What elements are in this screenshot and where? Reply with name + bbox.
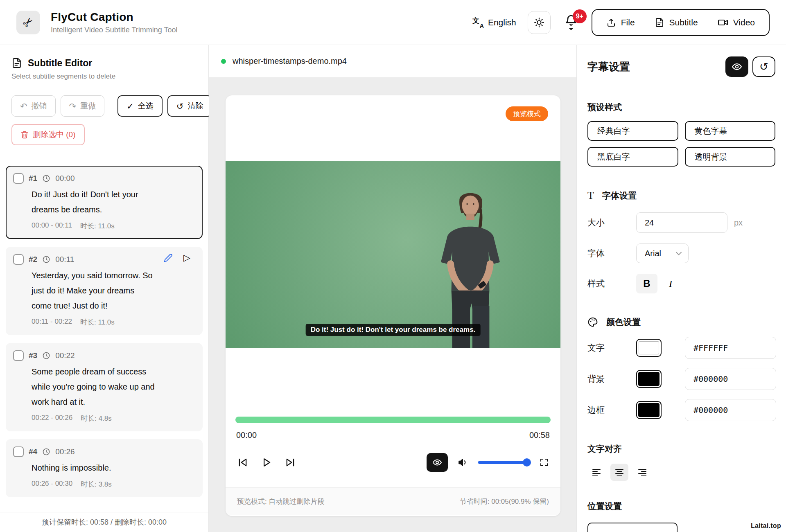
- language-switcher[interactable]: 文A English: [472, 17, 516, 28]
- segment-checkbox[interactable]: [13, 350, 24, 361]
- time-saved-info: 节省时间: 00:05(90.9% 保留): [460, 497, 549, 506]
- document-icon: [11, 57, 22, 69]
- subtitle-segment[interactable]: #1 00:00 Do it! Just do it! Don't let yo…: [6, 166, 203, 239]
- font-family-value: Arial: [645, 249, 661, 258]
- segment-start-time: 00:11: [55, 255, 74, 264]
- style-label: 样式: [587, 278, 636, 289]
- segment-play-icon[interactable]: ▷: [183, 253, 190, 262]
- video-viewport[interactable]: 预览模式: [226, 95, 560, 413]
- segment-start-time: 00:26: [55, 447, 75, 456]
- subtitle-segment[interactable]: #2 00:11 ▷ Yesterday, you said tomorrow.…: [6, 247, 203, 335]
- align-left-icon: [592, 469, 601, 476]
- panel-title: Subtitle Editor: [28, 58, 92, 69]
- color-section-title: 颜色设置: [606, 316, 641, 328]
- preview-mode-info: 预览模式: 自动跳过删除片段: [237, 497, 324, 506]
- position-title: 位置设置: [587, 500, 775, 512]
- bg-color-input[interactable]: [685, 368, 776, 390]
- font-family-select[interactable]: Arial: [636, 243, 689, 263]
- skip-back-button[interactable]: [237, 457, 248, 468]
- segment-range: 00:00 - 00:11: [32, 221, 72, 231]
- border-color-input[interactable]: [685, 399, 776, 421]
- clear-button[interactable]: ↺ 清除: [167, 95, 212, 117]
- video-frame: Do it! Just do it! Don't let your dreams…: [226, 161, 560, 348]
- rotate-ccw-icon: ↺: [759, 61, 768, 73]
- bold-button[interactable]: B: [636, 274, 657, 293]
- segment-checkbox[interactable]: [13, 446, 24, 457]
- app-header: ✂ FlyCut Caption Intelligent Video Subti…: [0, 0, 786, 45]
- text-color-label: 文字: [587, 342, 636, 354]
- redo-icon: ↷: [69, 102, 77, 110]
- undo-button[interactable]: ↶ 撤销: [11, 95, 56, 117]
- subtitle-segment[interactable]: #3 00:22 Some people dream of success wh…: [6, 343, 203, 431]
- segment-range: 00:26 - 00:30: [32, 480, 72, 489]
- scissors-icon: ✂: [20, 14, 37, 31]
- notification-badge: 9+: [573, 9, 587, 23]
- notifications-button[interactable]: 9+: [562, 11, 580, 34]
- file-button[interactable]: File: [596, 10, 645, 35]
- theme-toggle-button[interactable]: [528, 11, 551, 34]
- segment-id: #4: [29, 447, 37, 456]
- chevron-down-icon: [676, 252, 682, 255]
- select-all-label: 全选: [138, 101, 154, 111]
- undo-label: 撤销: [32, 101, 47, 111]
- subtitle-visibility-button[interactable]: [725, 56, 748, 77]
- upload-icon: [606, 18, 616, 27]
- align-center-icon: [615, 469, 623, 476]
- total-time: 00:58: [529, 431, 550, 440]
- subtitle-button[interactable]: Subtitle: [645, 10, 708, 35]
- align-right-button[interactable]: [633, 464, 651, 481]
- italic-button[interactable]: I: [661, 274, 680, 293]
- segment-text: Nothing is impossible.: [32, 460, 156, 476]
- text-color-input[interactable]: [685, 337, 776, 359]
- position-control-partial[interactable]: [587, 523, 678, 532]
- align-left-button[interactable]: [587, 464, 605, 481]
- preset-yellow-subtitle[interactable]: 黄色字幕: [685, 121, 776, 141]
- segment-checkbox[interactable]: [13, 173, 24, 184]
- clock-icon: [42, 448, 50, 456]
- video-button[interactable]: Video: [708, 10, 765, 35]
- segment-checkbox[interactable]: [13, 254, 24, 265]
- font-size-input[interactable]: [636, 212, 727, 233]
- document-icon: [655, 18, 664, 27]
- duration-stats: 预计保留时长: 00:58 / 删除时长: 00:00: [0, 512, 208, 532]
- reset-settings-button[interactable]: ↺: [752, 56, 775, 77]
- panel-subtitle: Select subtitle segments to delete: [11, 72, 197, 81]
- size-label: 大小: [587, 217, 636, 228]
- volume-icon[interactable]: [458, 457, 468, 468]
- volume-slider[interactable]: [478, 461, 529, 464]
- align-center-button[interactable]: [610, 464, 628, 481]
- clock-icon: [42, 255, 50, 264]
- subtitle-overlay: Do it! Just do it! Don't let your dreams…: [306, 324, 481, 336]
- delete-selected-button[interactable]: 删除选中 (0): [11, 124, 85, 145]
- check-icon: ✓: [126, 102, 134, 110]
- segment-text: Do it! Just do it! Don't let your dreams…: [32, 187, 156, 217]
- eye-icon: [732, 61, 742, 72]
- subtitle-segment[interactable]: #4 00:26 Nothing is impossible. 00:26 - …: [6, 439, 203, 497]
- redo-button[interactable]: ↷ 重做: [61, 95, 105, 117]
- select-all-button[interactable]: ✓ 全选: [117, 95, 163, 117]
- clock-icon: [42, 352, 50, 360]
- edit-pencil-icon[interactable]: [164, 253, 173, 262]
- video-progress-bar[interactable]: [235, 417, 551, 423]
- preset-classic-white[interactable]: 经典白字: [587, 121, 678, 141]
- preset-transparent-bg[interactable]: 透明背景: [685, 147, 776, 167]
- bg-color-swatch[interactable]: [636, 370, 662, 388]
- skip-forward-button[interactable]: [285, 457, 296, 468]
- preset-white-on-black[interactable]: 黑底白字: [587, 147, 678, 167]
- play-button[interactable]: [261, 457, 272, 468]
- font-section-title: 字体设置: [602, 190, 637, 201]
- settings-title: 字幕设置: [587, 60, 630, 74]
- app-title: FlyCut Caption: [51, 11, 178, 24]
- segment-id: #1: [29, 174, 37, 183]
- video-camera-icon: [718, 18, 728, 27]
- app-logo: ✂: [16, 11, 40, 34]
- volume-knob[interactable]: [523, 458, 531, 467]
- preview-toggle-button[interactable]: [427, 453, 448, 472]
- fullscreen-button[interactable]: [539, 458, 549, 467]
- chevron-down-icon: [569, 28, 574, 31]
- segment-range: 00:22 - 00:26: [32, 414, 72, 423]
- border-color-swatch[interactable]: [636, 401, 662, 419]
- text-color-swatch[interactable]: [636, 339, 662, 357]
- eye-icon: [432, 458, 442, 467]
- rotate-ccw-icon: ↺: [176, 102, 184, 110]
